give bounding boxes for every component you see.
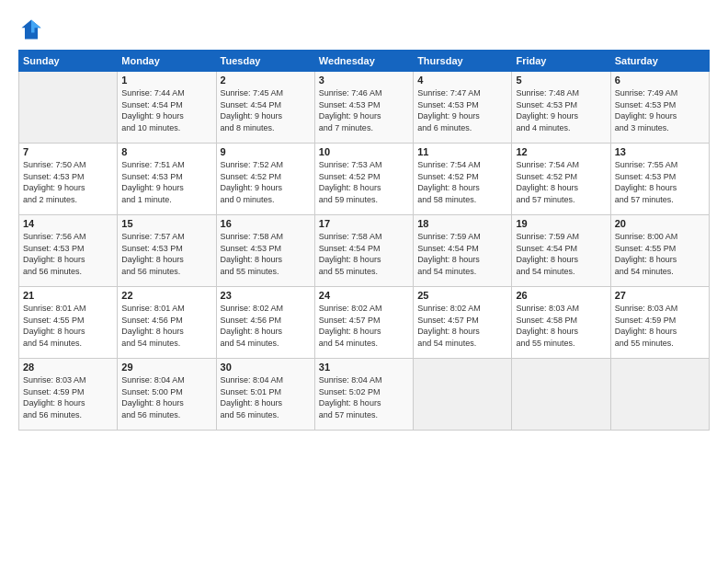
calendar-cell: 17Sunrise: 7:58 AM Sunset: 4:54 PM Dayli…: [314, 215, 413, 287]
calendar-cell: 31Sunrise: 8:04 AM Sunset: 5:02 PM Dayli…: [314, 359, 413, 431]
day-number: 24: [319, 290, 409, 301]
day-number: 13: [615, 146, 705, 157]
calendar-cell: 29Sunrise: 8:04 AM Sunset: 5:00 PM Dayli…: [118, 359, 216, 431]
day-info: Sunrise: 8:03 AM Sunset: 4:59 PM Dayligh…: [23, 374, 113, 420]
day-number: 6: [615, 75, 705, 86]
day-info: Sunrise: 8:00 AM Sunset: 4:55 PM Dayligh…: [615, 231, 705, 277]
day-number: 10: [319, 146, 409, 157]
calendar-week-row: 28Sunrise: 8:03 AM Sunset: 4:59 PM Dayli…: [19, 359, 710, 431]
logo: [18, 17, 48, 42]
day-number: 31: [319, 362, 409, 373]
day-number: 2: [221, 75, 311, 86]
day-info: Sunrise: 7:58 AM Sunset: 4:53 PM Dayligh…: [221, 231, 311, 277]
calendar-cell: 30Sunrise: 8:04 AM Sunset: 5:01 PM Dayli…: [216, 359, 314, 431]
day-number: 12: [516, 146, 606, 157]
day-info: Sunrise: 7:44 AM Sunset: 4:54 PM Dayligh…: [121, 87, 211, 133]
calendar-cell: 11Sunrise: 7:54 AM Sunset: 4:52 PM Dayli…: [414, 144, 512, 215]
day-info: Sunrise: 7:51 AM Sunset: 4:53 PM Dayligh…: [121, 159, 211, 205]
calendar-cell: 24Sunrise: 8:02 AM Sunset: 4:57 PM Dayli…: [314, 287, 413, 359]
day-info: Sunrise: 7:49 AM Sunset: 4:53 PM Dayligh…: [615, 87, 705, 133]
day-info: Sunrise: 8:04 AM Sunset: 5:02 PM Dayligh…: [319, 374, 409, 420]
day-info: Sunrise: 7:47 AM Sunset: 4:53 PM Dayligh…: [417, 87, 507, 133]
day-info: Sunrise: 8:01 AM Sunset: 4:56 PM Dayligh…: [121, 303, 211, 349]
calendar-week-row: 7Sunrise: 7:50 AM Sunset: 4:53 PM Daylig…: [19, 144, 710, 215]
day-info: Sunrise: 8:02 AM Sunset: 4:56 PM Dayligh…: [221, 303, 311, 349]
weekday-header: Tuesday: [216, 51, 314, 72]
calendar-cell: 22Sunrise: 8:01 AM Sunset: 4:56 PM Dayli…: [118, 287, 216, 359]
day-info: Sunrise: 8:02 AM Sunset: 4:57 PM Dayligh…: [319, 303, 409, 349]
day-number: 14: [23, 218, 113, 229]
day-number: 7: [23, 146, 113, 157]
day-number: 8: [121, 146, 211, 157]
calendar-cell: 12Sunrise: 7:54 AM Sunset: 4:52 PM Dayli…: [512, 144, 610, 215]
day-info: Sunrise: 8:02 AM Sunset: 4:57 PM Dayligh…: [417, 303, 507, 349]
day-info: Sunrise: 7:52 AM Sunset: 4:52 PM Dayligh…: [221, 159, 311, 205]
calendar-cell: 13Sunrise: 7:55 AM Sunset: 4:53 PM Dayli…: [610, 144, 709, 215]
day-number: 3: [319, 75, 409, 86]
logo-icon: [18, 17, 44, 42]
calendar-cell: [414, 359, 512, 431]
calendar-cell: 1Sunrise: 7:44 AM Sunset: 4:54 PM Daylig…: [118, 72, 216, 144]
day-info: Sunrise: 7:57 AM Sunset: 4:53 PM Dayligh…: [121, 231, 211, 277]
calendar-cell: 2Sunrise: 7:45 AM Sunset: 4:54 PM Daylig…: [216, 72, 314, 144]
day-number: 26: [516, 290, 606, 301]
calendar-cell: 26Sunrise: 8:03 AM Sunset: 4:58 PM Dayli…: [512, 287, 610, 359]
calendar-cell: 25Sunrise: 8:02 AM Sunset: 4:57 PM Dayli…: [414, 287, 512, 359]
day-number: 11: [417, 146, 507, 157]
calendar-cell: [19, 72, 118, 144]
day-number: 22: [121, 290, 211, 301]
day-number: 27: [615, 290, 705, 301]
calendar-table: SundayMondayTuesdayWednesdayThursdayFrid…: [18, 50, 710, 431]
day-number: 21: [23, 290, 113, 301]
day-info: Sunrise: 8:03 AM Sunset: 4:58 PM Dayligh…: [516, 303, 606, 349]
calendar-cell: 3Sunrise: 7:46 AM Sunset: 4:53 PM Daylig…: [314, 72, 413, 144]
calendar-cell: 21Sunrise: 8:01 AM Sunset: 4:55 PM Dayli…: [19, 287, 118, 359]
weekday-header: Wednesday: [314, 51, 413, 72]
calendar-cell: [512, 359, 610, 431]
day-info: Sunrise: 8:04 AM Sunset: 5:00 PM Dayligh…: [121, 374, 211, 420]
day-info: Sunrise: 7:53 AM Sunset: 4:52 PM Dayligh…: [319, 159, 409, 205]
day-info: Sunrise: 7:59 AM Sunset: 4:54 PM Dayligh…: [417, 231, 507, 277]
calendar-week-row: 14Sunrise: 7:56 AM Sunset: 4:53 PM Dayli…: [19, 215, 710, 287]
calendar-cell: 10Sunrise: 7:53 AM Sunset: 4:52 PM Dayli…: [314, 144, 413, 215]
day-number: 18: [417, 218, 507, 229]
day-number: 1: [121, 75, 211, 86]
day-number: 20: [615, 218, 705, 229]
calendar-cell: 28Sunrise: 8:03 AM Sunset: 4:59 PM Dayli…: [19, 359, 118, 431]
page: SundayMondayTuesdayWednesdayThursdayFrid…: [0, 0, 728, 563]
calendar-week-row: 1Sunrise: 7:44 AM Sunset: 4:54 PM Daylig…: [19, 72, 710, 144]
day-info: Sunrise: 7:48 AM Sunset: 4:53 PM Dayligh…: [516, 87, 606, 133]
calendar-cell: 27Sunrise: 8:03 AM Sunset: 4:59 PM Dayli…: [610, 287, 709, 359]
day-number: 17: [319, 218, 409, 229]
day-info: Sunrise: 7:54 AM Sunset: 4:52 PM Dayligh…: [516, 159, 606, 205]
day-info: Sunrise: 7:56 AM Sunset: 4:53 PM Dayligh…: [23, 231, 113, 277]
calendar-cell: [610, 359, 709, 431]
day-number: 19: [516, 218, 606, 229]
calendar-header-row: SundayMondayTuesdayWednesdayThursdayFrid…: [19, 51, 710, 72]
calendar-cell: 15Sunrise: 7:57 AM Sunset: 4:53 PM Dayli…: [118, 215, 216, 287]
day-number: 9: [221, 146, 311, 157]
calendar-cell: 23Sunrise: 8:02 AM Sunset: 4:56 PM Dayli…: [216, 287, 314, 359]
day-info: Sunrise: 7:50 AM Sunset: 4:53 PM Dayligh…: [23, 159, 113, 205]
day-number: 5: [516, 75, 606, 86]
day-number: 29: [121, 362, 211, 373]
day-info: Sunrise: 7:45 AM Sunset: 4:54 PM Dayligh…: [221, 87, 311, 133]
calendar-cell: 18Sunrise: 7:59 AM Sunset: 4:54 PM Dayli…: [414, 215, 512, 287]
day-info: Sunrise: 7:58 AM Sunset: 4:54 PM Dayligh…: [319, 231, 409, 277]
calendar-cell: 20Sunrise: 8:00 AM Sunset: 4:55 PM Dayli…: [610, 215, 709, 287]
weekday-header: Friday: [512, 51, 610, 72]
calendar-cell: 14Sunrise: 7:56 AM Sunset: 4:53 PM Dayli…: [19, 215, 118, 287]
header: [18, 17, 710, 42]
day-info: Sunrise: 8:04 AM Sunset: 5:01 PM Dayligh…: [221, 374, 311, 420]
calendar-cell: 19Sunrise: 7:59 AM Sunset: 4:54 PM Dayli…: [512, 215, 610, 287]
calendar-cell: 5Sunrise: 7:48 AM Sunset: 4:53 PM Daylig…: [512, 72, 610, 144]
day-number: 23: [221, 290, 311, 301]
calendar-week-row: 21Sunrise: 8:01 AM Sunset: 4:55 PM Dayli…: [19, 287, 710, 359]
day-info: Sunrise: 7:55 AM Sunset: 4:53 PM Dayligh…: [615, 159, 705, 205]
weekday-header: Thursday: [414, 51, 512, 72]
calendar-cell: 7Sunrise: 7:50 AM Sunset: 4:53 PM Daylig…: [19, 144, 118, 215]
day-info: Sunrise: 7:46 AM Sunset: 4:53 PM Dayligh…: [319, 87, 409, 133]
day-info: Sunrise: 7:59 AM Sunset: 4:54 PM Dayligh…: [516, 231, 606, 277]
calendar-cell: 9Sunrise: 7:52 AM Sunset: 4:52 PM Daylig…: [216, 144, 314, 215]
day-number: 15: [121, 218, 211, 229]
